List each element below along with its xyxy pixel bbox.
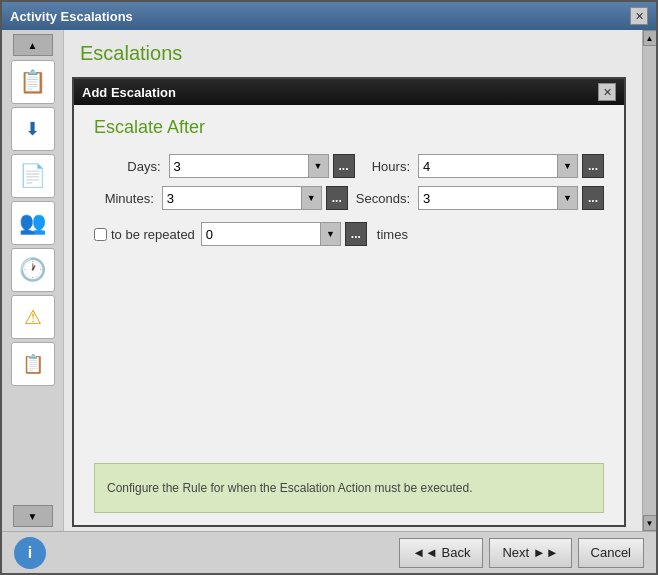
dialog-overlay: Add Escalation ✕ Escalate After Days:: [64, 73, 642, 531]
repeated-ellipsis-button[interactable]: ...: [345, 222, 367, 246]
hours-input[interactable]: [418, 154, 558, 178]
sidebar-item-users[interactable]: 👥: [11, 201, 55, 245]
scroll-up-button[interactable]: ▲: [643, 30, 657, 46]
clock-icon: 🕐: [19, 257, 46, 283]
minutes-ellipsis-button[interactable]: ...: [326, 186, 348, 210]
escalations-header: Escalations: [64, 30, 642, 73]
cancel-label: Cancel: [591, 545, 631, 560]
copy-icon: 📄: [19, 163, 46, 189]
title-bar: Activity Escalations ✕: [2, 2, 656, 30]
minutes-seconds-row: Minutes: ▼ ... Seconds: ▼: [94, 186, 604, 210]
seconds-input[interactable]: [418, 186, 558, 210]
dialog-title-bar: Add Escalation ✕: [74, 79, 624, 105]
seconds-dropdown-arrow[interactable]: ▼: [558, 186, 578, 210]
info-bar: Configure the Rule for when the Escalati…: [94, 463, 604, 513]
form-grid: Days: ▼ ... Hours: ▼ ..: [94, 154, 604, 246]
days-ellipsis-button[interactable]: ...: [333, 154, 355, 178]
main-content: ▲ 📋 ⬇ 📄 👥 🕐 ⚠: [2, 30, 656, 531]
repeated-row: to be repeated ▼ ... times: [94, 222, 604, 246]
next-label: Next ►►: [502, 545, 558, 560]
right-scrollbar: ▲ ▼: [642, 30, 656, 531]
back-button[interactable]: ◄◄ Back: [399, 538, 483, 568]
hours-ellipsis-button[interactable]: ...: [582, 154, 604, 178]
task-icon: 📋: [22, 353, 44, 375]
cancel-button[interactable]: Cancel: [578, 538, 644, 568]
scroll-down-button[interactable]: ▼: [643, 515, 657, 531]
sidebar-item-copy[interactable]: 📄: [11, 154, 55, 198]
repeated-dropdown-arrow[interactable]: ▼: [321, 222, 341, 246]
sidebar: ▲ 📋 ⬇ 📄 👥 🕐 ⚠: [2, 30, 64, 531]
info-icon: i: [28, 544, 32, 562]
back-label: ◄◄ Back: [412, 545, 470, 560]
minutes-dropdown-arrow[interactable]: ▼: [302, 186, 322, 210]
minutes-input[interactable]: [162, 186, 302, 210]
dialog-body: Escalate After Days: ▼ ... Hours:: [74, 105, 624, 525]
hours-input-group: ▼ ...: [418, 154, 604, 178]
seconds-input-group: ▼ ...: [418, 186, 604, 210]
sidebar-scroll-area: 📋 ⬇ 📄 👥 🕐 ⚠ 📋: [11, 60, 55, 501]
download-icon: ⬇: [25, 118, 40, 140]
warning-icon: ⚠: [24, 305, 42, 329]
info-text: Configure the Rule for when the Escalati…: [107, 481, 473, 495]
sidebar-item-clock[interactable]: 🕐: [11, 248, 55, 292]
days-input[interactable]: [169, 154, 309, 178]
minutes-label: Minutes:: [94, 191, 154, 206]
add-escalation-dialog: Add Escalation ✕ Escalate After Days:: [72, 77, 626, 527]
activity-escalations-window: Activity Escalations ✕ ▲ 📋 ⬇ 📄 👥: [0, 0, 658, 575]
dialog-close-button[interactable]: ✕: [598, 83, 616, 101]
days-hours-row: Days: ▼ ... Hours: ▼ ..: [94, 154, 604, 178]
window-close-button[interactable]: ✕: [630, 7, 648, 25]
escalate-after-title: Escalate After: [94, 117, 604, 138]
window-title: Activity Escalations: [10, 9, 133, 24]
minutes-input-group: ▼ ...: [162, 186, 348, 210]
days-input-group: ▼ ...: [169, 154, 355, 178]
documents-icon: 📋: [19, 69, 46, 95]
repeated-label: to be repeated: [111, 227, 195, 242]
repeated-input-group: ▼ ...: [201, 222, 367, 246]
repeated-input[interactable]: [201, 222, 321, 246]
bottom-bar: i ◄◄ Back Next ►► Cancel: [2, 531, 656, 573]
hours-dropdown-arrow[interactable]: ▼: [558, 154, 578, 178]
dialog-title: Add Escalation: [82, 85, 176, 100]
days-dropdown-arrow[interactable]: ▼: [309, 154, 329, 178]
sidebar-item-warning[interactable]: ⚠: [11, 295, 55, 339]
times-label: times: [377, 227, 408, 242]
hours-label: Hours:: [363, 159, 411, 174]
sidebar-scroll-down-button[interactable]: ▼: [13, 505, 53, 527]
content-area: Escalations Add Escalation ✕ Escalate Af…: [64, 30, 642, 531]
repeated-checkbox-label: to be repeated: [94, 227, 195, 242]
seconds-label: Seconds:: [356, 191, 410, 206]
repeated-checkbox[interactable]: [94, 228, 107, 241]
days-label: Days:: [94, 159, 161, 174]
seconds-ellipsis-button[interactable]: ...: [582, 186, 604, 210]
sidebar-item-documents[interactable]: 📋: [11, 60, 55, 104]
sidebar-item-download[interactable]: ⬇: [11, 107, 55, 151]
sidebar-scroll-up-button[interactable]: ▲: [13, 34, 53, 56]
sidebar-item-task[interactable]: 📋: [11, 342, 55, 386]
info-icon-button[interactable]: i: [14, 537, 46, 569]
next-button[interactable]: Next ►►: [489, 538, 571, 568]
users-icon: 👥: [19, 210, 46, 236]
